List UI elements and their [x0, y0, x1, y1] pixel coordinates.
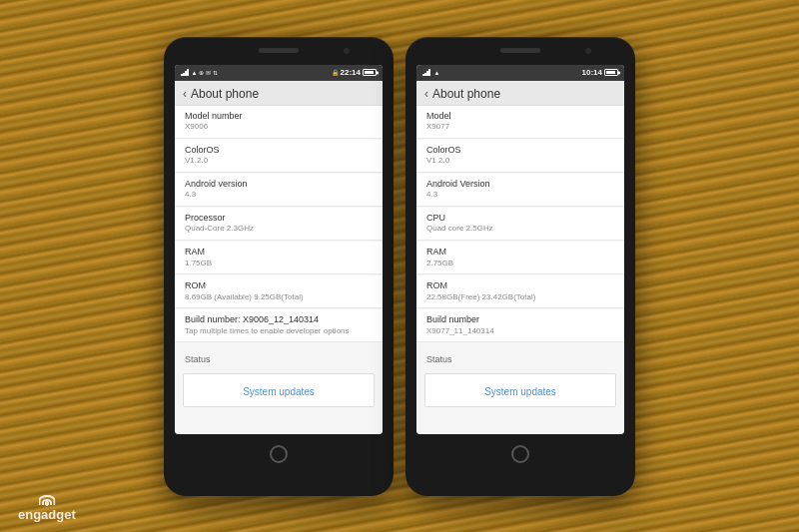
- system-updates-label-right: System updates: [484, 386, 556, 397]
- item-label: RAM: [185, 247, 373, 259]
- list-item: RAM 2.75GB: [416, 242, 624, 274]
- list-item: Android Version 4.3: [416, 174, 624, 207]
- system-updates-label-left: System updates: [243, 386, 315, 397]
- section-text-right: Status: [426, 354, 452, 364]
- system-updates-btn-left[interactable]: System updates: [183, 373, 375, 407]
- screen-content-right: Model X9077 ColorOS V1.2.0 Android Versi…: [416, 106, 624, 434]
- wifi-dot: [45, 503, 48, 506]
- item-value: X9006: [185, 122, 373, 132]
- battery-saver-icon: ⊕: [199, 69, 204, 76]
- item-label: Build number: X9006_12_140314: [185, 314, 373, 326]
- item-value: Quad core 2.5GHz: [426, 224, 614, 234]
- item-label: Android version: [185, 179, 373, 191]
- item-value: 4.3: [185, 190, 373, 200]
- phone-left-top: [168, 37, 390, 65]
- item-label: ROM: [185, 280, 373, 292]
- item-label: Processor: [185, 213, 373, 225]
- info-list-right: Model X9077 ColorOS V1.2.0 Android Versi…: [416, 106, 624, 408]
- data-icon: ⇅: [213, 69, 218, 76]
- item-value: 1.75GB: [185, 259, 373, 268]
- item-label: Model: [426, 111, 614, 123]
- home-button-left[interactable]: [270, 445, 288, 463]
- phone-left-screen: ▲ ⊕ ✉ ⇅ 🔒 22:14 ‹ About phone: [175, 65, 383, 434]
- list-item: ColorOS V1.2.0: [175, 140, 383, 173]
- nav-title-left: About phone: [191, 87, 259, 101]
- wifi-watermark-icon: [37, 491, 57, 505]
- battery-icon-right: [604, 69, 618, 76]
- item-label: RAM: [426, 247, 614, 259]
- section-header-right: Status: [416, 343, 624, 369]
- phone-right-top: [409, 37, 631, 65]
- back-arrow-left[interactable]: ‹: [183, 87, 187, 101]
- status-bar-right: ▲ 10:14: [416, 65, 624, 81]
- phone-right-bottom: [511, 434, 529, 474]
- item-label: ColorOS: [185, 145, 373, 157]
- camera-left: [344, 48, 350, 54]
- item-value: 4.3: [426, 190, 614, 200]
- item-value: 22.58GB(Free) 23.42GB(Total): [426, 292, 614, 302]
- status-time-right: 10:14: [582, 68, 602, 77]
- item-value: X9077: [426, 122, 614, 132]
- wifi-icon-right: ▲: [434, 70, 440, 76]
- list-item: RAM 1.75GB: [175, 242, 383, 274]
- list-item: Android version 4.3: [175, 174, 383, 207]
- item-value: 2.75GB: [426, 259, 614, 268]
- wifi-icon: ▲: [192, 70, 198, 76]
- item-value: V1.2.0: [185, 156, 373, 166]
- list-item: CPU Quad core 2.5GHz: [416, 208, 624, 241]
- item-value: Quad-Core 2.3GHz: [185, 224, 373, 234]
- watermark: engadget: [18, 491, 76, 522]
- list-item: Processor Quad-Core 2.3GHz: [175, 208, 383, 241]
- phone-left-bottom: [270, 434, 288, 474]
- item-label: ROM: [426, 280, 614, 292]
- list-item: Build number X9077_11_140314: [416, 309, 624, 342]
- phone-right: ▲ 10:14 ‹ About phone Model: [405, 37, 635, 496]
- info-list-left: Model number X9006 ColorOS V1.2.0 Androi…: [175, 106, 383, 408]
- item-value: X9077_11_140314: [426, 326, 614, 336]
- item-label: CPU: [426, 213, 614, 225]
- item-label: Model number: [185, 111, 373, 123]
- list-item: Model X9077: [416, 106, 624, 139]
- signal-icon-right: [422, 69, 430, 76]
- list-item: ROM 22.58GB(Free) 23.42GB(Total): [416, 275, 624, 308]
- list-item: Build number: X9006_12_140314 Tap multip…: [175, 309, 383, 342]
- section-text-left: Status: [185, 354, 211, 364]
- home-button-right[interactable]: [511, 445, 529, 463]
- section-header-left: Status: [175, 343, 383, 369]
- item-value: V1.2.0: [426, 156, 614, 166]
- phone-right-screen: ▲ 10:14 ‹ About phone Model: [416, 65, 624, 434]
- status-right-icons: ▲: [422, 69, 439, 76]
- brand-label: engadget: [18, 507, 76, 522]
- nav-title-right: About phone: [432, 87, 500, 101]
- nav-bar-left: ‹ About phone: [175, 81, 383, 106]
- camera-right: [585, 48, 591, 54]
- nav-bar-right: ‹ About phone: [416, 81, 624, 106]
- list-item: ROM 8.69GB (Available) 9.25GB(Total): [175, 275, 383, 308]
- item-label: ColorOS: [426, 145, 614, 157]
- status-right: 🔒 22:14: [332, 68, 377, 77]
- status-right-right: 10:14: [582, 68, 618, 77]
- item-label: Android Version: [426, 179, 614, 191]
- battery-icon-left: [363, 69, 377, 76]
- status-left-icons: ▲ ⊕ ✉ ⇅: [181, 69, 218, 76]
- phone-left: ▲ ⊕ ✉ ⇅ 🔒 22:14 ‹ About phone: [164, 37, 394, 496]
- signal-icon: [181, 69, 189, 76]
- phones-container: ▲ ⊕ ✉ ⇅ 🔒 22:14 ‹ About phone: [0, 0, 799, 532]
- speaker-right: [500, 48, 540, 53]
- status-bar-left: ▲ ⊕ ✉ ⇅ 🔒 22:14: [175, 65, 383, 81]
- notification-icon: ✉: [206, 69, 211, 76]
- item-label: Build number: [426, 314, 614, 326]
- system-updates-btn-right[interactable]: System updates: [424, 373, 616, 407]
- back-arrow-right[interactable]: ‹: [424, 87, 428, 101]
- screen-content-left: Model number X9006 ColorOS V1.2.0 Androi…: [175, 106, 383, 434]
- status-time-left: 22:14: [341, 68, 361, 77]
- lock-icon: 🔒: [332, 69, 339, 76]
- list-item: ColorOS V1.2.0: [416, 140, 624, 173]
- item-value: Tap multiple times to enable developer o…: [185, 326, 373, 336]
- list-item: Model number X9006: [175, 106, 383, 139]
- speaker-left: [259, 48, 299, 53]
- item-value: 8.69GB (Available) 9.25GB(Total): [185, 292, 373, 302]
